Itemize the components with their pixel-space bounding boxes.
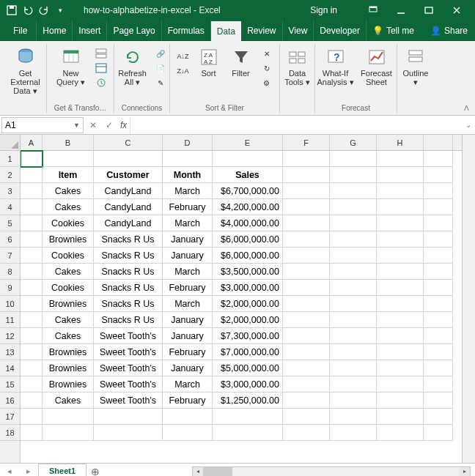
- cell[interactable]: $7,000,000.00: [213, 344, 283, 360]
- cell[interactable]: [424, 296, 453, 312]
- cell[interactable]: March: [163, 264, 213, 280]
- tell-me[interactable]: 💡Tell me: [367, 26, 420, 36]
- cell[interactable]: [283, 328, 330, 344]
- cell[interactable]: Brownies: [43, 376, 94, 393]
- sort-desc-icon[interactable]: Z↓A: [175, 64, 191, 78]
- cell[interactable]: [283, 312, 330, 328]
- cell[interactable]: Cakes: [43, 264, 94, 280]
- tab-data[interactable]: Data: [211, 21, 241, 42]
- cell[interactable]: Cakes: [43, 312, 94, 328]
- properties-icon[interactable]: 📄: [152, 62, 169, 75]
- cell[interactable]: January: [163, 328, 213, 344]
- add-sheet-button[interactable]: ⊕: [86, 466, 104, 477]
- recent-sources-icon[interactable]: [93, 76, 109, 89]
- cell[interactable]: [330, 231, 377, 248]
- cell[interactable]: [424, 183, 453, 199]
- cell[interactable]: [424, 360, 453, 376]
- cell[interactable]: [283, 231, 330, 248]
- cell[interactable]: [94, 425, 163, 441]
- cell[interactable]: [283, 376, 330, 393]
- cell[interactable]: February: [163, 344, 213, 360]
- share-button[interactable]: 👤Share: [423, 26, 475, 36]
- col-header-extra[interactable]: [424, 135, 453, 150]
- cell[interactable]: Brownies: [43, 360, 94, 376]
- cell[interactable]: [283, 344, 330, 360]
- fx-label[interactable]: fx: [117, 120, 130, 130]
- row-header[interactable]: 3: [0, 183, 20, 199]
- cell[interactable]: [283, 296, 330, 312]
- cell[interactable]: Customer: [94, 167, 163, 183]
- reapply-icon[interactable]: ↻: [259, 62, 275, 75]
- sort-asc-icon[interactable]: A↓Z: [175, 50, 191, 63]
- qat-customize-icon[interactable]: ▾: [53, 3, 67, 18]
- edit-links-icon[interactable]: ✎: [152, 76, 169, 89]
- cell[interactable]: [21, 215, 43, 231]
- cell[interactable]: $3,000,000.00: [213, 376, 283, 393]
- cell[interactable]: $6,000,000.00: [213, 231, 283, 248]
- cell[interactable]: [283, 264, 330, 280]
- cell[interactable]: [424, 409, 453, 425]
- cell[interactable]: [283, 409, 330, 425]
- cell[interactable]: [330, 296, 377, 312]
- cell[interactable]: [21, 344, 43, 360]
- tab-home[interactable]: Home: [37, 21, 73, 41]
- cell[interactable]: $1,250,000.00: [213, 393, 283, 409]
- tab-review[interactable]: Review: [241, 21, 282, 41]
- cell[interactable]: CandyLand: [94, 215, 163, 231]
- save-icon[interactable]: [4, 3, 19, 18]
- cell[interactable]: [424, 151, 453, 167]
- sign-in-link[interactable]: Sign in: [310, 5, 337, 15]
- cell[interactable]: Snacks R Us: [94, 248, 163, 264]
- cell[interactable]: [163, 409, 213, 425]
- cell[interactable]: [377, 231, 424, 248]
- formula-bar[interactable]: [130, 117, 462, 133]
- data-tools-button[interactable]: Data Tools ▾: [281, 44, 314, 86]
- cell[interactable]: Sales: [213, 167, 283, 183]
- tab-developer[interactable]: Developer: [314, 21, 367, 41]
- cell[interactable]: [21, 231, 43, 248]
- cell[interactable]: [330, 280, 377, 296]
- cell[interactable]: [94, 151, 163, 167]
- cell[interactable]: Sweet Tooth's: [94, 376, 163, 393]
- scroll-right-icon[interactable]: ▸: [460, 467, 470, 476]
- cell[interactable]: [283, 151, 330, 167]
- cell[interactable]: [330, 151, 377, 167]
- cell[interactable]: [330, 215, 377, 231]
- cell[interactable]: Sweet Tooth's: [94, 393, 163, 409]
- cell[interactable]: [283, 280, 330, 296]
- cell[interactable]: [283, 183, 330, 199]
- cell[interactable]: [283, 393, 330, 409]
- cell[interactable]: [377, 215, 424, 231]
- cell[interactable]: [377, 248, 424, 264]
- cell[interactable]: [163, 425, 213, 441]
- sheet-nav-prev-icon[interactable]: ◂: [0, 466, 19, 476]
- cell[interactable]: [424, 264, 453, 280]
- tab-formulas[interactable]: Formulas: [162, 21, 211, 41]
- cell[interactable]: [283, 248, 330, 264]
- cell[interactable]: [21, 248, 43, 264]
- row-header[interactable]: 2: [0, 167, 20, 183]
- cell[interactable]: [377, 312, 424, 328]
- cell[interactable]: [43, 151, 94, 167]
- col-header-H[interactable]: H: [377, 135, 424, 150]
- cell[interactable]: [377, 264, 424, 280]
- cell[interactable]: [330, 167, 377, 183]
- cell[interactable]: [377, 360, 424, 376]
- col-header-A[interactable]: A: [21, 135, 43, 150]
- col-header-E[interactable]: E: [213, 135, 283, 150]
- row-header[interactable]: 11: [0, 312, 20, 328]
- row-header[interactable]: 6: [0, 231, 20, 248]
- row-header[interactable]: 7: [0, 248, 20, 264]
- cell[interactable]: February: [163, 393, 213, 409]
- cell[interactable]: [377, 425, 424, 441]
- tab-page[interactable]: Page Layo: [107, 21, 161, 41]
- cell[interactable]: [330, 344, 377, 360]
- cell[interactable]: Cookies: [43, 215, 94, 231]
- cell[interactable]: [94, 409, 163, 425]
- cell[interactable]: [377, 280, 424, 296]
- cell[interactable]: [163, 151, 213, 167]
- row-header[interactable]: 15: [0, 376, 20, 393]
- cell[interactable]: [377, 183, 424, 199]
- cell[interactable]: Cakes: [43, 328, 94, 344]
- cell[interactable]: Sweet Tooth's: [94, 328, 163, 344]
